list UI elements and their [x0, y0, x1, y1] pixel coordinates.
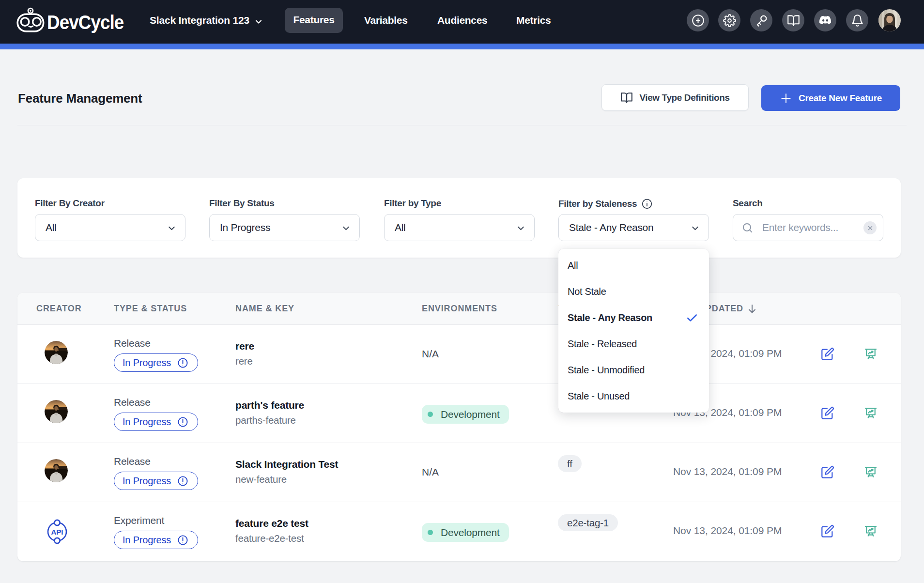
svg-text:API: API [51, 528, 63, 536]
